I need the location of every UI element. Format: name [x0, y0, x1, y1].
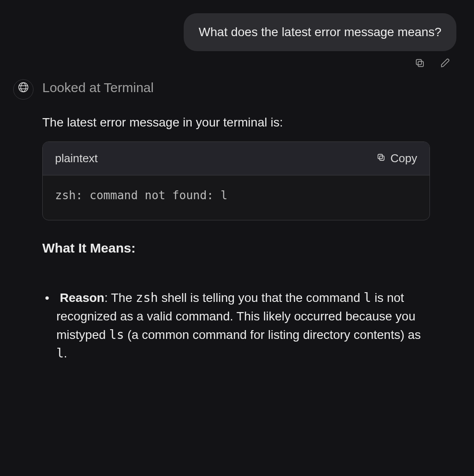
copy-code-label: Copy — [390, 150, 417, 167]
svg-rect-3 — [380, 156, 384, 160]
copy-icon — [414, 56, 426, 74]
text: shell is telling you that the command — [158, 291, 364, 305]
user-message-bubble: What does the latest error message means… — [184, 13, 456, 51]
edit-message-button[interactable] — [439, 58, 452, 71]
inline-code: l — [364, 290, 371, 305]
text: : The — [104, 291, 136, 305]
assistant-message-body: Looked at Terminal The latest error mess… — [42, 78, 456, 363]
copy-icon — [376, 150, 386, 167]
user-message-row: What does the latest error message means… — [13, 13, 456, 51]
svg-point-2 — [19, 83, 28, 92]
copy-message-button[interactable] — [413, 58, 426, 71]
section-heading: What It Means: — [42, 238, 430, 258]
copy-code-button[interactable]: Copy — [376, 150, 417, 167]
code-language-label: plaintext — [55, 150, 98, 167]
chat-window: What does the latest error message means… — [0, 0, 474, 363]
message-actions — [13, 57, 456, 78]
list-item: Reason: The zsh shell is telling you tha… — [49, 289, 430, 363]
explanation-list: Reason: The zsh shell is telling you tha… — [42, 289, 430, 363]
assistant-avatar — [13, 79, 33, 100]
inline-code: l — [56, 346, 64, 361]
pencil-icon — [440, 56, 451, 74]
inline-code: ls — [109, 327, 124, 342]
text: (a common command for listing directory … — [124, 328, 421, 342]
code-content[interactable]: zsh: command not found: l — [43, 175, 430, 220]
svg-rect-0 — [418, 61, 423, 67]
text: . — [64, 346, 67, 360]
assistant-intro-text: The latest error message in your termina… — [42, 113, 430, 132]
svg-rect-1 — [416, 60, 422, 65]
openai-icon — [17, 80, 30, 99]
code-block: plaintext Copy zsh: command not found: l — [42, 141, 430, 220]
code-block-header: plaintext Copy — [43, 142, 430, 175]
assistant-message-row: Looked at Terminal The latest error mess… — [13, 78, 456, 363]
svg-rect-4 — [378, 154, 382, 159]
tool-status-line: Looked at Terminal — [42, 78, 430, 97]
bullet-label: Reason — [60, 291, 104, 305]
user-message-text: What does the latest error message means… — [199, 25, 441, 39]
inline-code: zsh — [136, 290, 158, 305]
